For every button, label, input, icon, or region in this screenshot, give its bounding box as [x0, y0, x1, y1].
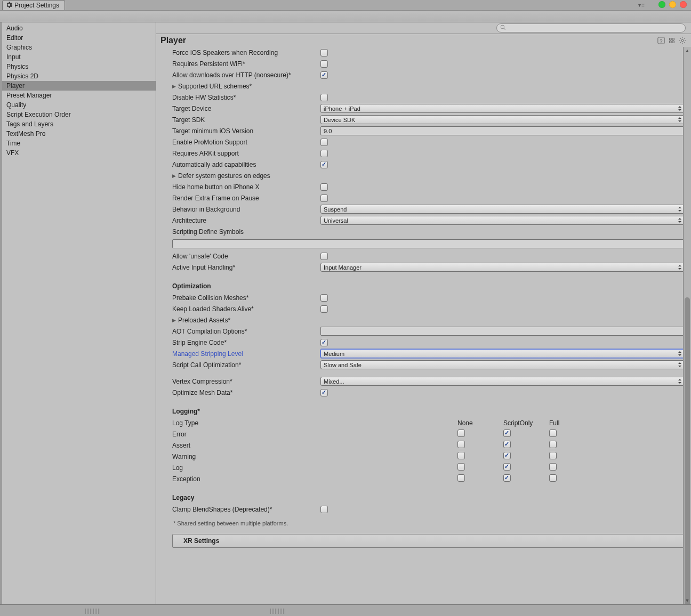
window-menu-icon[interactable]: ▾≡ — [638, 2, 645, 8]
dropdown-behavior-bg[interactable]: Suspend — [320, 205, 685, 214]
search-row — [156, 22, 691, 34]
checkbox-keep-shaders[interactable] — [320, 305, 328, 313]
scroll-down-icon[interactable]: ▼ — [684, 597, 691, 604]
input-aot[interactable] — [320, 327, 685, 336]
input-script-symbols[interactable] — [172, 239, 685, 248]
checkbox-extra-frame[interactable] — [320, 194, 328, 202]
sidebar-item-vfx[interactable]: VFX — [2, 148, 156, 158]
sidebar-item-player[interactable]: Player — [2, 81, 156, 91]
checkbox-logging-exception-scriptonly[interactable] — [503, 474, 511, 482]
sidebar-item-input[interactable]: Input — [2, 52, 156, 62]
sidebar-item-time[interactable]: Time — [2, 139, 156, 148]
logging-row: Exception — [172, 473, 685, 484]
search-input[interactable] — [496, 23, 686, 33]
dropdown-target-sdk[interactable]: Device SDK — [320, 115, 685, 124]
checkbox-prebake[interactable] — [320, 294, 328, 302]
svg-text:?: ? — [660, 38, 662, 44]
label-clamp-blendshapes: Clamp BlendShapes (Deprecated)* — [172, 506, 320, 513]
window-close-button[interactable] — [680, 1, 687, 8]
checkbox-logging-warning-none[interactable] — [457, 452, 465, 459]
sidebar-item-textmesh-pro[interactable]: TextMesh Pro — [2, 129, 156, 139]
sidebar-item-editor[interactable]: Editor — [2, 33, 156, 43]
checkbox-promotion[interactable] — [320, 139, 328, 146]
checkbox-strip-engine[interactable] — [320, 339, 328, 346]
label-force-ios-speakers: Force iOS Speakers when Recording — [172, 49, 320, 56]
sidebar-item-physics-2d[interactable]: Physics 2D — [2, 71, 156, 81]
checkbox-logging-exception-full[interactable] — [549, 474, 557, 482]
sidebar-item-script-execution-order[interactable]: Script Execution Order — [2, 110, 156, 119]
section-xr-settings[interactable]: XR Settings — [172, 534, 685, 548]
logging-header-scriptonly: ScriptOnly — [503, 419, 549, 427]
label-auto-caps: Automatically add capabilities — [172, 161, 320, 168]
checkbox-logging-log-full[interactable] — [549, 463, 557, 471]
preset-icon[interactable] — [668, 36, 676, 45]
label-target-min-ios: Target minimum iOS Version — [172, 127, 320, 135]
section-legacy: Legacy — [172, 494, 685, 501]
label-script-call: Script Call Optimization* — [172, 361, 320, 369]
checkbox-logging-error-full[interactable] — [549, 429, 557, 437]
checkbox-logging-assert-scriptonly[interactable] — [503, 441, 511, 448]
checkbox-logging-error-scriptonly[interactable] — [503, 429, 511, 437]
dropdown-input-handling[interactable]: Input Manager — [320, 263, 685, 272]
checkbox-logging-log-scriptonly[interactable] — [503, 463, 511, 471]
checkbox-auto-caps[interactable] — [320, 161, 328, 168]
settings-gear-icon[interactable] — [678, 36, 687, 45]
resize-grip-icon[interactable] — [270, 609, 286, 614]
window-minimize-button[interactable] — [658, 1, 665, 8]
help-icon[interactable]: ? — [657, 36, 665, 45]
label-behavior-bg: Behavior in Background — [172, 206, 320, 213]
window-maximize-button[interactable] — [669, 1, 676, 8]
sidebar-item-audio[interactable]: Audio — [2, 23, 156, 33]
checkbox-logging-log-none[interactable] — [457, 463, 465, 471]
checkbox-arkit[interactable] — [320, 150, 328, 157]
resize-grip-icon[interactable] — [85, 609, 101, 614]
window-tab[interactable]: Project Settings — [2, 0, 65, 10]
dropdown-architecture[interactable]: Universal — [320, 216, 685, 225]
foldout-supported-url[interactable]: ▶Supported URL schemes* — [172, 83, 320, 90]
toolbar — [0, 10, 691, 22]
scroll-up-icon[interactable]: ▲ — [684, 47, 691, 54]
section-optimization: Optimization — [172, 282, 685, 290]
label-arkit: Requires ARKit support — [172, 150, 320, 157]
dropdown-script-call[interactable]: Slow and Safe — [320, 360, 685, 369]
checkbox-logging-exception-none[interactable] — [457, 474, 465, 482]
statusbar — [0, 604, 691, 616]
label-allow-unsafe: Allow 'unsafe' Code — [172, 253, 320, 260]
foldout-preloaded-assets[interactable]: ▶Preloaded Assets* — [172, 317, 320, 324]
label-extra-frame: Render Extra Frame on Pause — [172, 194, 320, 202]
vertical-scrollbar[interactable]: ▲ ▼ — [683, 47, 691, 604]
sidebar-item-physics[interactable]: Physics — [2, 62, 156, 71]
logging-label: Warning — [172, 453, 457, 460]
checkbox-clamp-blendshapes[interactable] — [320, 506, 328, 513]
checkbox-optimize-mesh[interactable] — [320, 389, 328, 396]
sidebar-item-tags-and-layers[interactable]: Tags and Layers — [2, 119, 156, 129]
sidebar-item-quality[interactable]: Quality — [2, 100, 156, 110]
checkbox-logging-assert-none[interactable] — [457, 441, 465, 448]
foldout-defer-gestures[interactable]: ▶Defer system gestures on edges — [172, 172, 320, 180]
sidebar-item-preset-manager[interactable]: Preset Manager — [2, 91, 156, 100]
input-target-min-ios[interactable]: 9.0 — [320, 126, 685, 135]
checkbox-logging-warning-full[interactable] — [549, 452, 557, 459]
checkbox-allow-unsafe[interactable] — [320, 253, 328, 260]
checkbox-allow-http[interactable] — [320, 71, 328, 79]
checkbox-hide-home[interactable] — [320, 183, 328, 191]
checkbox-logging-assert-full[interactable] — [549, 441, 557, 448]
dropdown-vertex-comp[interactable]: Mixed... — [320, 377, 685, 386]
logging-row: Assert — [172, 440, 685, 451]
logging-label: Exception — [172, 475, 457, 483]
sidebar-item-graphics[interactable]: Graphics — [2, 43, 156, 52]
page-title: Player — [160, 36, 657, 45]
triangle-right-icon: ▶ — [172, 84, 176, 89]
logging-row: Warning — [172, 451, 685, 462]
logging-header-type: Log Type — [172, 419, 457, 427]
dropdown-managed-stripping[interactable]: Medium — [320, 349, 685, 358]
scrollbar-thumb[interactable] — [685, 297, 690, 604]
checkbox-logging-warning-scriptonly[interactable] — [503, 452, 511, 459]
checkbox-logging-error-none[interactable] — [457, 429, 465, 437]
checkbox-requires-wifi[interactable] — [320, 60, 328, 68]
dropdown-target-device[interactable]: iPhone + iPad — [320, 104, 685, 113]
footnote-shared-setting: * Shared setting between multiple platfo… — [172, 515, 685, 531]
label-disable-hw: Disable HW Statistics* — [172, 94, 320, 101]
checkbox-disable-hw[interactable] — [320, 94, 328, 101]
checkbox-force-ios-speakers[interactable] — [320, 49, 328, 56]
